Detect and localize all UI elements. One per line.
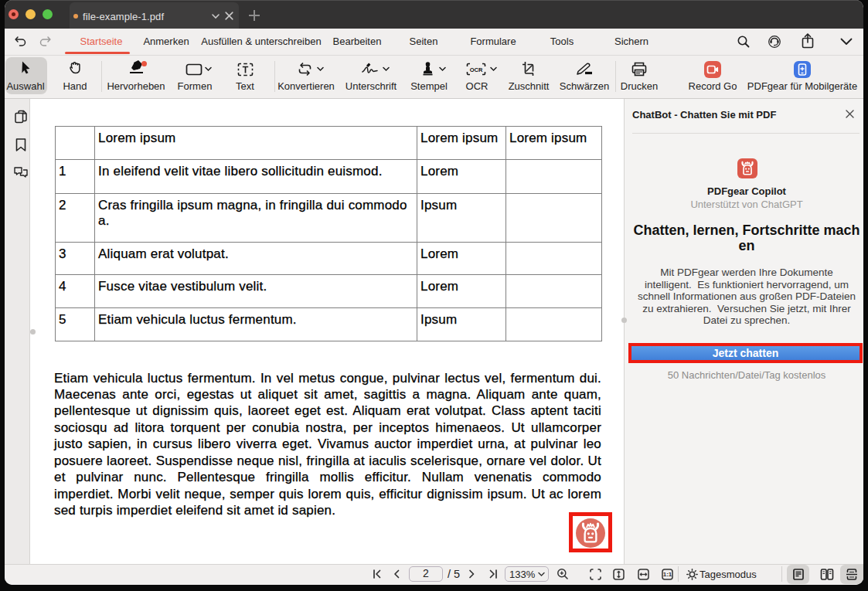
svg-text:1:1: 1:1 <box>663 571 672 578</box>
svg-text:OCR: OCR <box>470 66 483 73</box>
